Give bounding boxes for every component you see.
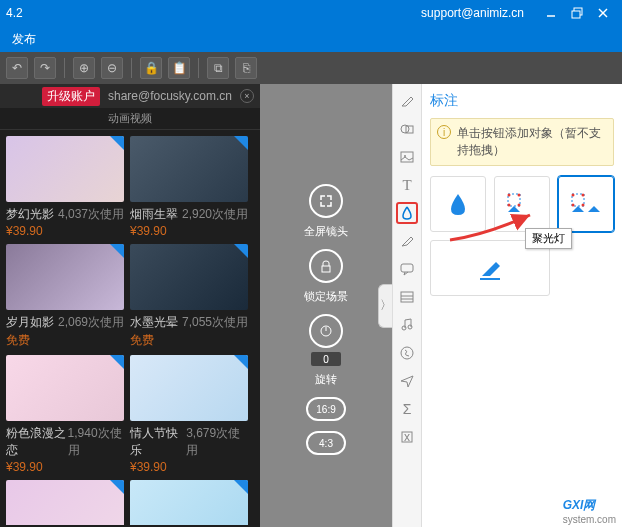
music-icon[interactable] <box>396 314 418 336</box>
annotation-panel: 标注 i 单击按钮添加对象（暂不支持拖拽） <box>422 84 622 527</box>
paste-button[interactable]: ⎘ <box>235 57 257 79</box>
separator <box>131 58 132 78</box>
template-card[interactable]: 梦幻光影4,037次使用¥39.90 <box>6 136 124 238</box>
main-area: 升级账户 share@focusky.com.cn × 动画视频 梦幻光影4,0… <box>0 84 622 527</box>
restore-button[interactable] <box>564 0 590 26</box>
gallery-tab[interactable]: 动画视频 <box>0 108 260 130</box>
hint-text: 单击按钮添加对象（暂不支持拖拽） <box>457 125 607 159</box>
svg-point-27 <box>572 194 575 197</box>
lock-scene-button[interactable] <box>309 249 343 283</box>
expand-panel-button[interactable]: 〉 <box>378 284 392 328</box>
rotate-button[interactable] <box>309 314 343 348</box>
ratio-169-button[interactable]: 16:9 <box>306 397 346 421</box>
svg-point-29 <box>572 204 575 207</box>
rotate-value: 0 <box>311 352 341 366</box>
svg-rect-10 <box>401 152 413 162</box>
text-icon[interactable]: T <box>396 174 418 196</box>
publish-menu[interactable]: 发布 <box>12 31 36 48</box>
spotlight-tool[interactable] <box>494 176 550 232</box>
fullscreen-label: 全屏镜头 <box>304 224 348 239</box>
watermark-brand: GXI网 <box>563 498 596 512</box>
zoom-in-button[interactable]: ⊕ <box>73 57 95 79</box>
plane-icon[interactable] <box>396 370 418 392</box>
zoom-out-button[interactable]: ⊖ <box>101 57 123 79</box>
template-gallery: 升级账户 share@focusky.com.cn × 动画视频 梦幻光影4,0… <box>0 84 260 527</box>
drop-tool[interactable] <box>430 176 486 232</box>
svg-point-18 <box>401 347 413 359</box>
canvas-controls: 全屏镜头 锁定场景 0 旋转 16:9 4:3 <box>304 184 348 455</box>
pencil-icon[interactable] <box>396 90 418 112</box>
menubar: 发布 <box>0 26 622 52</box>
spotlight-tool-selected[interactable] <box>558 176 614 232</box>
info-icon: i <box>437 125 451 139</box>
image-icon[interactable] <box>396 146 418 168</box>
formula-icon[interactable]: Σ <box>396 398 418 420</box>
hint-box: i 单击按钮添加对象（暂不支持拖拽） <box>430 118 614 166</box>
gallery-close-icon[interactable]: × <box>240 89 254 103</box>
fullscreen-button[interactable] <box>309 184 343 218</box>
separator <box>64 58 65 78</box>
template-card[interactable]: 岁月如影2,069次使用免费 <box>6 244 124 349</box>
effect-icon[interactable] <box>396 202 418 224</box>
support-email: support@animiz.cn <box>421 6 524 20</box>
minimize-button[interactable] <box>538 0 564 26</box>
template-card[interactable]: 水墨光晕7,055次使用免费 <box>130 244 248 349</box>
lock-button[interactable]: 🔒 <box>140 57 162 79</box>
ratio-43-button[interactable]: 4:3 <box>306 431 346 455</box>
svg-rect-13 <box>401 292 413 302</box>
svg-point-23 <box>518 194 521 197</box>
upgrade-badge[interactable]: 升级账户 <box>42 87 100 106</box>
lock-scene-label: 锁定场景 <box>304 289 348 304</box>
svg-rect-5 <box>322 266 330 272</box>
clipboard-button[interactable]: 📋 <box>168 57 190 79</box>
highlighter-icon[interactable] <box>396 230 418 252</box>
svg-point-30 <box>582 204 585 207</box>
copy-button[interactable]: ⧉ <box>207 57 229 79</box>
template-card[interactable]: 情人节快乐3,679次使用¥39.90 <box>130 355 248 474</box>
annotation-tools <box>430 176 614 296</box>
toolbar: ↶ ↷ ⊕ ⊖ 🔒 📋 ⧉ ⎘ <box>0 52 622 84</box>
tool-column: T Σ x <box>392 84 422 527</box>
svg-point-28 <box>582 194 585 197</box>
template-card[interactable] <box>6 480 124 525</box>
app-version: 4.2 <box>6 6 23 20</box>
svg-rect-2 <box>572 11 580 18</box>
titlebar: 4.2 support@animiz.cn <box>0 0 622 26</box>
separator <box>198 58 199 78</box>
svg-rect-12 <box>401 264 413 272</box>
canvas-area[interactable]: 全屏镜头 锁定场景 0 旋转 16:9 4:3 〉 <box>260 84 392 527</box>
gallery-header: 升级账户 share@focusky.com.cn × <box>0 84 260 108</box>
watermark: GXI网 system.com <box>563 495 616 525</box>
template-card[interactable]: 烟雨生翠2,920次使用¥39.90 <box>130 136 248 238</box>
template-card[interactable] <box>130 480 248 525</box>
svg-point-22 <box>508 194 511 197</box>
rotate-label: 旋转 <box>315 372 337 387</box>
svg-text:x: x <box>404 430 410 444</box>
template-card[interactable]: 粉色浪漫之恋1,940次使用¥39.90 <box>6 355 124 474</box>
panel-title: 标注 <box>430 92 614 110</box>
variable-icon[interactable]: x <box>396 426 418 448</box>
svg-point-25 <box>518 204 521 207</box>
watermark-sub: system.com <box>563 514 616 525</box>
shape-icon[interactable] <box>396 118 418 140</box>
undo-button[interactable]: ↶ <box>6 57 28 79</box>
svg-point-24 <box>508 204 511 207</box>
redo-button[interactable]: ↷ <box>34 57 56 79</box>
share-url: share@focusky.com.cn <box>108 89 232 103</box>
form-icon[interactable] <box>396 286 418 308</box>
swf-icon[interactable] <box>396 342 418 364</box>
close-button[interactable] <box>590 0 616 26</box>
gallery-grid: 梦幻光影4,037次使用¥39.90 烟雨生翠2,920次使用¥39.90 岁月… <box>0 130 260 525</box>
tooltip: 聚光灯 <box>525 228 572 249</box>
callout-icon[interactable] <box>396 258 418 280</box>
